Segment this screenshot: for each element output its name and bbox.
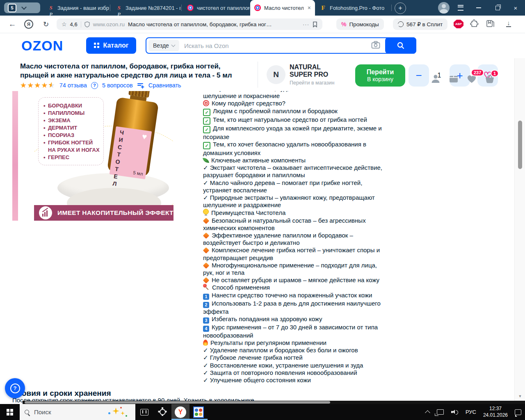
seller-avatar[interactable]: N: [267, 65, 285, 84]
description-item: Не оставляет рубцов и шрамов – мягкое де…: [203, 276, 388, 284]
search-button[interactable]: [385, 37, 416, 54]
condition-item: ПАПИЛЛОМЫ: [43, 110, 100, 117]
scroll-down-arrow[interactable]: ▼: [515, 394, 525, 398]
orders-icon[interactable]: [447, 72, 460, 85]
action-center-button[interactable]: [511, 404, 525, 420]
description-item: Кому подойдет средство?: [203, 100, 388, 107]
chevron-down-icon: [21, 5, 27, 10]
description-item: 2Использовать 1-2 раза в день для достиж…: [203, 300, 388, 315]
split-button[interactable]: 567 ₽ в Сплит: [393, 18, 447, 30]
bookmark-icon[interactable]: [313, 21, 317, 27]
bullet-icon: [203, 262, 210, 269]
address-bar[interactable]: 4,6 www.ozon.ru Масло чистотела от папил…: [57, 18, 322, 30]
photos-app-taskbar-icon[interactable]: [189, 404, 208, 420]
catalog-button[interactable]: Каталог: [86, 37, 136, 54]
tab-ozon-product-active[interactable]: Масло чистотела от ×: [250, 0, 315, 16]
description-item: Безопасный и натуральный состав – без аг…: [203, 217, 388, 232]
bottle-label-text: ЧИСТОТЕЛ: [113, 129, 126, 173]
tab-task-2874201[interactable]: SP Задание №2874201 - п: [112, 0, 180, 16]
taskbar-clock[interactable]: 12:37 24.01.2026: [480, 406, 511, 418]
quantity-decrease-button[interactable]: −: [409, 64, 429, 87]
fotohosting-favicon: F: [320, 5, 326, 11]
ozon-favicon: [254, 5, 261, 11]
cart-badge: 1: [491, 70, 499, 77]
language-indicator[interactable]: РУС: [462, 404, 480, 420]
start-button[interactable]: [0, 404, 20, 420]
bullet-icon: [203, 284, 210, 290]
condition-item: БОРОДАВКИ: [43, 102, 100, 110]
bullet-icon: 1: [203, 294, 209, 300]
yandex-browser-taskbar-icon[interactable]: Y: [171, 404, 189, 420]
bullet-icon: [203, 277, 210, 284]
refresh-button[interactable]: [40, 18, 52, 30]
questions-link[interactable]: 5 вопросов: [102, 82, 133, 89]
profile-icon[interactable]: [429, 72, 442, 85]
search-scope-dropdown[interactable]: Везде: [148, 40, 179, 51]
tray-expand-button[interactable]: [422, 404, 433, 420]
conditions-box: БОРОДАВКИПАПИЛЛОМЫЭКЗЕМАДЕРМАТИТПСОРИАЗГ…: [38, 97, 104, 165]
browser-menu-button[interactable]: [454, 0, 468, 16]
conditions-list: БОРОДАВКИПАПИЛЛОМЫЭКЗЕМАДЕРМАТИТПСОРИАЗГ…: [43, 102, 100, 161]
go-to-cart-button[interactable]: Перейти В корзину: [355, 64, 405, 87]
gallery-previous-image-sliver[interactable]: [12, 82, 18, 221]
window-close-button[interactable]: ×: [509, 0, 523, 16]
tab-close-icon[interactable]: ×: [308, 5, 311, 11]
bullet-icon: [203, 233, 210, 239]
bullet-icon: [203, 100, 209, 106]
horizontal-scrollbar[interactable]: [23, 401, 525, 404]
adblock-extension-icon[interactable]: ABP: [454, 20, 463, 28]
camera-search-icon[interactable]: [371, 41, 380, 50]
product-image[interactable]: БОРОДАВКИПАПИЛЛОМЫЭКЗЕМАДЕРМАТИТПСОРИАЗГ…: [34, 82, 173, 221]
tab-fotohosting[interactable]: F Fotohosting.Pro - Фото: [316, 0, 390, 16]
browser-profile-avatar[interactable]: [438, 2, 450, 14]
window-restore-button[interactable]: [491, 0, 504, 16]
new-tab-button[interactable]: +: [395, 2, 406, 14]
tab-label: чистотел от папиллом: [197, 5, 249, 11]
horizontal-scrollbar-thumb[interactable]: [25, 401, 330, 404]
tab-divider: [110, 5, 110, 11]
condition-item: ДЕРМАТИТ: [43, 124, 100, 132]
description-item: ✓ Глубокое лечение грибка ногтей: [203, 354, 388, 361]
search-input[interactable]: [179, 42, 371, 49]
downloads-icon[interactable]: [505, 19, 512, 27]
tab-counter-value: 5: [8, 4, 16, 12]
yandex-button[interactable]: [23, 18, 34, 30]
help-widget-button[interactable]: [5, 378, 25, 398]
chevron-up-icon: [425, 410, 430, 415]
description-item: 1Нанести средство точечно на пораженный …: [203, 292, 388, 300]
go-to-cart-line2: В корзину: [367, 76, 393, 83]
task-view-button[interactable]: [135, 404, 153, 420]
vertical-scrollbar[interactable]: ▲ ▼: [514, 33, 525, 401]
promocodes-button[interactable]: % Промокоды: [336, 18, 384, 30]
clock-time: 12:37: [483, 406, 508, 412]
seller-shop-link[interactable]: Перейти в магазин: [290, 80, 334, 86]
tab-tasks-list[interactable]: SP Задания - ваши избра: [43, 0, 109, 16]
back-button[interactable]: [7, 18, 18, 30]
taskbar-search[interactable]: [20, 404, 135, 420]
network-tray-icon[interactable]: [433, 404, 447, 420]
extensions-puzzle-icon[interactable]: [470, 19, 479, 30]
description-item: Преимущества Чистотела: [203, 209, 388, 217]
settings-button[interactable]: [153, 404, 171, 420]
condition-item: ГРИБОК НОГТЕЙ НА РУКАХ И НОГАХ: [43, 139, 100, 154]
bullet-icon: [203, 109, 210, 116]
speaker-icon: [451, 409, 458, 415]
compare-link[interactable]: Сравнивать: [148, 82, 181, 89]
more-icon[interactable]: ···: [303, 21, 309, 27]
window-minimize-button[interactable]: [472, 0, 486, 16]
description-item: ✓ Удаление папиллом и бородавок без боли…: [203, 347, 388, 354]
divider: [81, 21, 81, 27]
description-item: Результаты при регулярном применении: [203, 339, 388, 347]
tab-divider: [391, 5, 392, 11]
reviews-link[interactable]: 74 отзыва: [59, 82, 87, 89]
tab-counter[interactable]: 5: [4, 2, 40, 13]
yandex-icon: [24, 20, 33, 29]
volume-tray-icon[interactable]: [447, 404, 462, 420]
seller-name[interactable]: NATURAL SUPER PRO: [290, 64, 328, 78]
compare-icon: [137, 82, 144, 89]
taskbar-search-input[interactable]: [33, 408, 88, 416]
tab-ozon-search[interactable]: чистотел от папиллом: [183, 0, 249, 16]
ozon-logo[interactable]: OZON: [21, 38, 63, 54]
collections-icon[interactable]: [486, 19, 495, 30]
vertical-scrollbar-thumb[interactable]: [518, 121, 522, 169]
